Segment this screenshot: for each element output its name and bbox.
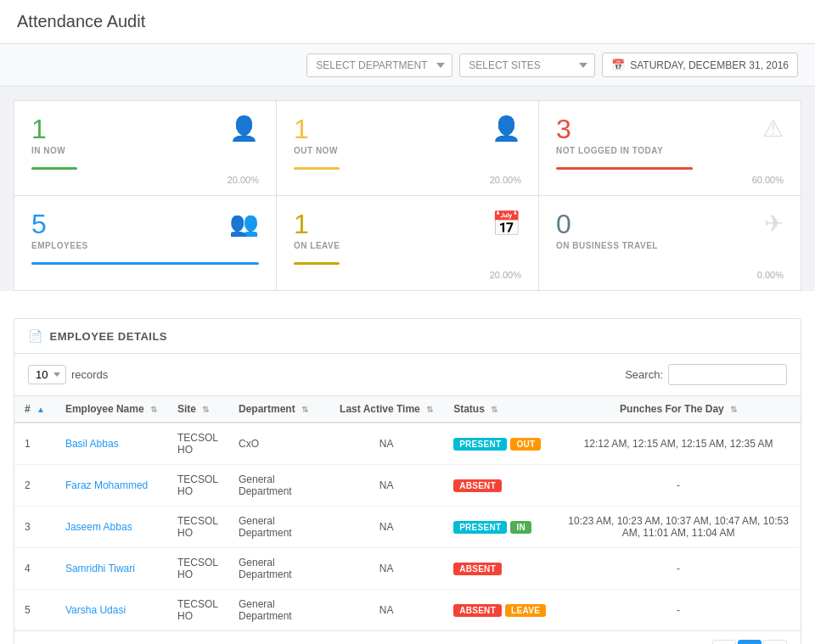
- col-num[interactable]: # ▲: [14, 396, 55, 423]
- out-now-number: 1: [294, 115, 521, 144]
- cell-name: Jaseem Abbas: [55, 507, 167, 548]
- table-footer: Showing 1 to 5 of 5 entries ‹ 1 ›: [14, 630, 801, 644]
- cell-name: Basil Abbas: [55, 423, 167, 465]
- main-content: 📄 EMPLOYEE DETAILS 10 records Search:: [0, 291, 815, 644]
- business-travel-bar-container: 0.00%: [556, 262, 784, 280]
- date-selector[interactable]: 📅 SATURDAY, DECEMBER 31, 2016: [602, 53, 798, 77]
- business-travel-label: ON BUSINESS TRAVEL: [556, 241, 784, 250]
- in-now-label: IN NOW: [31, 146, 259, 155]
- on-leave-bar: [294, 262, 340, 265]
- employee-link[interactable]: Faraz Mohammed: [65, 479, 148, 491]
- cell-num: 1: [14, 423, 55, 465]
- page-container: Attendance Audit SELECT DEPARTMENT SELEC…: [0, 0, 815, 644]
- cell-last-active: NA: [329, 590, 443, 631]
- in-now-percent: 20.00%: [31, 175, 259, 185]
- cell-name: Varsha Udasi: [55, 590, 167, 631]
- table-row: 5 Varsha Udasi TECSOLHO General Departme…: [14, 590, 801, 631]
- records-per-page-select[interactable]: 10: [28, 365, 66, 384]
- employee-table: # ▲ Employee Name ⇅ Site ⇅ Department ⇅: [14, 395, 801, 630]
- col-status[interactable]: Status ⇅: [443, 396, 556, 423]
- page-1-button[interactable]: 1: [738, 640, 762, 644]
- employee-link[interactable]: Samridhi Tiwari: [65, 563, 135, 574]
- status-badge-leave: LEAVE: [505, 604, 546, 617]
- in-now-bar-container: 20.00%: [31, 167, 259, 185]
- table-header-row: # ▲ Employee Name ⇅ Site ⇅ Department ⇅: [14, 396, 801, 423]
- cell-last-active: NA: [329, 548, 443, 590]
- business-travel-icon: ✈: [764, 210, 784, 238]
- cell-name: Faraz Mohammed: [55, 465, 167, 507]
- search-control: Search:: [625, 364, 787, 385]
- cell-punches: -: [556, 465, 801, 507]
- in-now-bar: [31, 167, 77, 170]
- col-name[interactable]: Employee Name ⇅: [55, 396, 167, 423]
- search-input[interactable]: [668, 364, 787, 385]
- table-row: 2 Faraz Mohammed TECSOLHO General Depart…: [14, 465, 801, 507]
- section-title: EMPLOYEE DETAILS: [50, 330, 168, 343]
- employee-link[interactable]: Varsha Udasi: [65, 604, 126, 616]
- employees-icon: 👥: [229, 210, 259, 238]
- table-row: 4 Samridhi Tiwari TECSOLHO General Depar…: [14, 548, 801, 590]
- on-leave-percent: 20.00%: [294, 270, 521, 280]
- table-row: 1 Basil Abbas TECSOLHO CxO NA PRESENT OU…: [14, 423, 801, 465]
- cell-status: ABSENT LEAVE: [443, 590, 556, 631]
- stat-card-out-now: 1 OUT NOW 👤 20.00%: [277, 101, 538, 195]
- not-logged-icon: ⚠: [762, 115, 784, 143]
- records-control: 10 records: [28, 365, 108, 384]
- search-label: Search:: [625, 368, 663, 381]
- in-now-number: 1: [31, 115, 259, 144]
- cell-department: General Department: [228, 548, 329, 590]
- col-punches[interactable]: Punches For The Day ⇅: [556, 396, 801, 423]
- cell-status: ABSENT: [443, 548, 556, 590]
- status-badge-absent: ABSENT: [453, 604, 502, 617]
- cell-department: General Department: [228, 507, 329, 548]
- employee-link[interactable]: Jaseem Abbas: [65, 521, 132, 533]
- section-header: 📄 EMPLOYEE DETAILS: [14, 319, 801, 354]
- on-leave-label: ON LEAVE: [294, 241, 521, 250]
- out-now-percent: 20.00%: [294, 175, 521, 185]
- sites-select[interactable]: SELECT SITES: [459, 53, 595, 77]
- employees-bar: [31, 262, 259, 265]
- page-title: Attendance Audit: [17, 12, 798, 31]
- calendar-icon: 📅: [611, 59, 625, 71]
- employees-bar-container: [31, 262, 259, 265]
- stat-card-not-logged: 3 NOT LOGGED IN TODAY ⚠ 60.00%: [539, 101, 801, 195]
- date-label: SATURDAY, DECEMBER 31, 2016: [630, 59, 789, 71]
- stat-card-business-travel: 0 ON BUSINESS TRAVEL ✈ 0.00%: [539, 196, 801, 290]
- toolbar: SELECT DEPARTMENT SELECT SITES 📅 SATURDA…: [0, 44, 815, 87]
- out-now-label: OUT NOW: [294, 146, 521, 155]
- next-page-button[interactable]: ›: [763, 640, 787, 644]
- not-logged-percent: 60.00%: [556, 175, 784, 185]
- sort-icon-name: ⇅: [150, 405, 157, 414]
- cell-last-active: NA: [329, 465, 443, 507]
- employee-link[interactable]: Basil Abbas: [65, 438, 119, 450]
- stat-card-employees: 5 EMPLOYEES 👥: [14, 196, 276, 290]
- employees-number: 5: [31, 210, 259, 239]
- not-logged-number: 3: [556, 115, 784, 144]
- cell-num: 2: [14, 465, 55, 507]
- col-last-active[interactable]: Last Active Time ⇅: [329, 396, 443, 423]
- business-travel-number: 0: [556, 210, 784, 239]
- cell-site: TECSOLHO: [167, 465, 228, 507]
- col-site[interactable]: Site ⇅: [167, 396, 228, 423]
- department-select[interactable]: SELECT DEPARTMENT: [306, 53, 452, 77]
- col-department[interactable]: Department ⇅: [228, 396, 329, 423]
- records-label: records: [71, 368, 108, 381]
- cell-site: TECSOLHO: [167, 548, 228, 590]
- on-leave-icon: 📅: [492, 210, 521, 238]
- out-now-bar: [294, 167, 340, 170]
- prev-page-button[interactable]: ‹: [712, 640, 736, 644]
- status-badge-absent: ABSENT: [453, 479, 502, 492]
- sort-icon-dept: ⇅: [301, 405, 308, 414]
- cell-department: General Department: [228, 465, 329, 507]
- on-leave-number: 1: [294, 210, 521, 239]
- employees-label: EMPLOYEES: [31, 241, 259, 250]
- cell-status: ABSENT: [443, 465, 556, 507]
- cell-num: 5: [14, 590, 55, 631]
- cell-punches: -: [556, 548, 801, 590]
- sort-icon-site: ⇅: [202, 405, 209, 414]
- sort-icon-punches: ⇅: [730, 405, 737, 414]
- cell-site: TECSOLHO: [167, 423, 228, 465]
- cell-punches: 12:12 AM, 12:15 AM, 12:15 AM, 12:35 AM: [556, 423, 801, 465]
- sort-icon-active: ⇅: [426, 405, 433, 414]
- cell-site: TECSOLHO: [167, 507, 228, 548]
